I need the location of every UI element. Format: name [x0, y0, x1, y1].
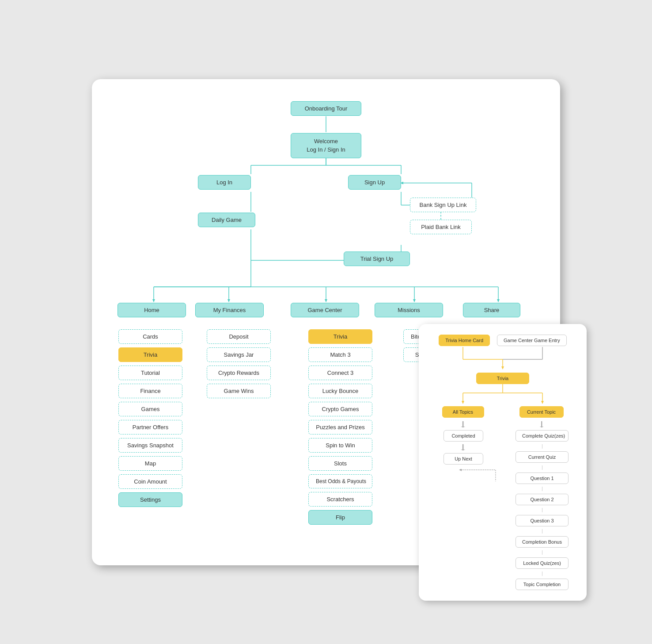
- connect3-item: Connect 3: [308, 366, 372, 380]
- scratchers-item: Scratchers: [308, 492, 372, 507]
- bank-signup-node: Bank Sign Up Link: [410, 198, 476, 212]
- puzzles-prizes-item: Puzzles and Prizes: [308, 420, 372, 434]
- partner-offers-item: Partner Offers: [118, 420, 182, 434]
- lucky-bounce-item: Lucky Bounce: [308, 384, 372, 398]
- spin-to-win-item: Spin to Win: [308, 438, 372, 453]
- svg-marker-50: [540, 427, 544, 427]
- plaid-bank-node: Plaid Bank Link: [410, 220, 472, 234]
- tutorial-item: Tutorial: [118, 366, 182, 380]
- question1-node: Question 1: [516, 473, 569, 484]
- up-next-node: Up Next: [444, 453, 483, 465]
- game-center-column: Trivia Match 3 Connect 3 Lucky Bounce Cr…: [299, 322, 381, 525]
- finances-column: Deposit Savings Jar Crypto Rewards Game …: [200, 322, 277, 525]
- game-center-entry-node: Game Center Game Entry: [497, 335, 567, 346]
- question2-node: Question 2: [516, 494, 569, 505]
- locked-quizzes-node: Locked Quiz(zes): [516, 557, 569, 569]
- games-item: Games: [118, 402, 182, 416]
- cards-item: Cards: [118, 329, 182, 344]
- deposit-item: Deposit: [207, 329, 271, 344]
- trivia-home-card-node: Trivia Home Card: [439, 335, 490, 346]
- svg-marker-43: [461, 427, 465, 427]
- coin-amount-item: Coin Amount: [118, 474, 182, 489]
- savings-jar-item: Savings Jar: [207, 347, 271, 362]
- svg-marker-39: [462, 401, 464, 404]
- trivia-gc-item: Trivia: [308, 329, 372, 344]
- savings-snapshot-item: Savings Snapshot: [118, 438, 182, 453]
- all-topics-node: All Topics: [442, 406, 484, 418]
- complete-quizzes-node: Complete Quiz(zes): [516, 430, 569, 442]
- crypto-rewards-item: Crypto Rewards: [207, 366, 271, 380]
- my-finances-header: My Finances: [195, 303, 264, 317]
- login-node: Log In: [198, 175, 251, 190]
- game-wins-item: Game Wins: [207, 384, 271, 398]
- svg-marker-48: [459, 469, 462, 471]
- flip-item: Flip: [308, 510, 372, 525]
- topic-completion-node: Topic Completion: [516, 579, 569, 590]
- question3-node: Question 3: [516, 515, 569, 526]
- trivia-main-node: Trivia: [476, 373, 529, 384]
- share-header: Share: [463, 303, 520, 317]
- current-topic-node: Current Topic: [519, 406, 564, 418]
- svg-marker-41: [541, 401, 544, 404]
- completed-node: Completed: [444, 430, 483, 442]
- welcome-node: Welcome Log In / Sign In: [291, 133, 361, 158]
- match3-item: Match 3: [308, 347, 372, 362]
- finance-item: Finance: [118, 384, 182, 398]
- overlay-diagram: Trivia Home Card Game Center Game Entry …: [428, 335, 578, 590]
- home-column: Cards Trivia Tutorial Finance Games Part…: [110, 322, 191, 525]
- missions-header: Missions: [375, 303, 443, 317]
- main-card: Onboarding Tour Welcome Log In / Sign In…: [92, 79, 560, 565]
- onboarding-node: Onboarding Tour: [291, 101, 361, 116]
- home-header: Home: [118, 303, 186, 317]
- daily-game-node: Daily Game: [198, 213, 255, 227]
- signup-node: Sign Up: [348, 175, 401, 190]
- svg-marker-45: [461, 450, 465, 450]
- map-item: Map: [118, 456, 182, 471]
- svg-marker-33: [501, 366, 504, 370]
- overlay-card: Trivia Home Card Game Center Game Entry …: [419, 324, 587, 601]
- completion-bonus-node: Completion Bonus: [516, 536, 569, 548]
- crypto-games-item: Crypto Games: [308, 402, 372, 416]
- trivia-home-item: Trivia: [118, 347, 182, 362]
- settings-item: Settings: [118, 492, 182, 507]
- trial-signup-node: Trial Sign Up: [344, 252, 410, 266]
- current-quiz-node: Current Quiz: [516, 451, 569, 463]
- game-center-header: Game Center: [291, 303, 359, 317]
- best-odds-item: Best Odds & Payouts: [308, 474, 372, 488]
- slots-item: Slots: [308, 456, 372, 471]
